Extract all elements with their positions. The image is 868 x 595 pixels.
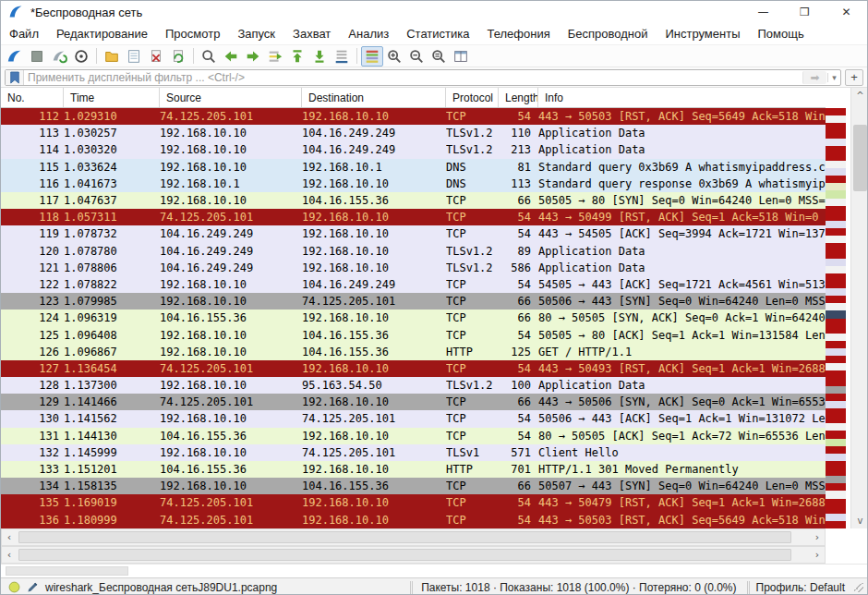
packet-row[interactable]: 119 1.078732 104.16.249.249 192.168.10.1… — [1, 225, 826, 242]
menu-item-10[interactable]: Помощь — [758, 27, 804, 41]
packet-row[interactable]: 125 1.096408 192.168.10.10 104.16.155.36… — [1, 326, 826, 343]
packet-row[interactable]: 112 1.029310 74.125.205.101 192.168.10.1… — [1, 108, 826, 125]
apply-filter-button[interactable]: ➡ — [802, 71, 826, 84]
menu-item-7[interactable]: Телефония — [487, 27, 549, 41]
packet-row[interactable]: 116 1.041673 192.168.10.1 192.168.10.10 … — [1, 176, 826, 192]
stop-capture-icon[interactable] — [26, 46, 48, 67]
minimap-stripe — [826, 206, 846, 213]
packet-row[interactable]: 129 1.141466 74.125.205.101 192.168.10.1… — [1, 394, 826, 410]
packet-row[interactable]: 118 1.057311 74.125.205.101 192.168.10.1… — [1, 209, 826, 225]
horizontal-scroll-thumb[interactable] — [18, 531, 791, 543]
minimap-stripe — [826, 454, 846, 461]
go-to-top-icon[interactable] — [286, 46, 308, 67]
reload-file-icon[interactable] — [167, 46, 189, 67]
go-to-bottom-icon[interactable] — [308, 46, 331, 67]
zoom-out-icon[interactable] — [405, 46, 428, 67]
statusbar-separator — [747, 581, 748, 594]
go-to-packet-icon[interactable] — [264, 46, 286, 67]
display-filter-input[interactable]: Применить дисплейный фильтр ... <Ctrl-/>… — [5, 69, 841, 86]
expert-info-icon[interactable] — [8, 581, 20, 593]
packet-row[interactable]: 121 1.078806 104.16.249.249 192.168.10.1… — [1, 260, 826, 276]
add-filter-button[interactable]: + — [845, 69, 863, 86]
zoom-original-icon[interactable] — [428, 46, 450, 67]
find-packet-icon[interactable] — [198, 46, 220, 67]
start-capture-icon[interactable] — [4, 46, 26, 67]
packet-row[interactable]: 132 1.145999 192.168.10.10 74.125.205.10… — [1, 444, 826, 461]
packet-row[interactable]: 126 1.096867 192.168.10.10 104.16.155.36… — [1, 344, 826, 360]
minimap-stripe — [826, 394, 846, 401]
colorize-packets-icon[interactable] — [361, 46, 383, 67]
status-strip — [1, 564, 867, 577]
restart-capture-icon[interactable] — [48, 46, 70, 67]
packet-row[interactable]: 130 1.141562 192.168.10.10 74.125.205.10… — [1, 410, 826, 427]
scroll-right-icon[interactable]: › — [810, 531, 825, 543]
packet-row[interactable]: 127 1.136454 74.125.205.101 192.168.10.1… — [1, 360, 826, 377]
column-header-info[interactable]: Info — [538, 88, 826, 107]
bookmark-icon[interactable] — [6, 70, 24, 85]
zoom-in-icon[interactable] — [383, 46, 405, 67]
packet-row[interactable]: 128 1.137300 192.168.10.10 95.163.54.50 … — [1, 377, 826, 394]
auto-scroll-icon[interactable] — [331, 46, 353, 67]
packet-row[interactable]: 133 1.151201 104.16.155.36 192.168.10.10… — [1, 461, 826, 478]
packet-row[interactable]: 115 1.033624 192.168.10.10 192.168.10.1 … — [1, 159, 826, 176]
capture-filename[interactable]: wireshark_Беспроводная сетьJ89DU1.pcapng — [45, 581, 277, 594]
menu-item-2[interactable]: Просмотр — [165, 27, 220, 41]
vertical-scrollbar[interactable]: ^ v — [850, 88, 868, 528]
scroll-down-icon[interactable]: v — [851, 513, 868, 528]
packet-row[interactable]: 122 1.078822 192.168.10.10 104.16.249.24… — [1, 276, 826, 293]
minimap-stripe — [826, 296, 846, 303]
packet-row[interactable]: 117 1.047637 192.168.10.10 104.16.155.36… — [1, 192, 826, 209]
horizontal-scroll-thumb[interactable] — [18, 549, 791, 561]
packet-row[interactable]: 135 1.169019 74.125.205.101 192.168.10.1… — [1, 494, 826, 511]
packet-row[interactable]: 124 1.096319 104.16.155.36 192.168.10.10… — [1, 310, 826, 326]
packet-row[interactable]: 113 1.030257 192.168.10.10 104.16.249.24… — [1, 125, 826, 141]
status-bar: wireshark_Беспроводная сетьJ89DU1.pcapng… — [1, 577, 867, 595]
minimize-button[interactable]: — — [742, 1, 784, 23]
column-header-source[interactable]: Source — [160, 88, 302, 107]
filter-dropdown-caret[interactable]: ▾ — [827, 73, 840, 82]
menu-item-6[interactable]: Статистика — [406, 27, 469, 41]
packet-row[interactable]: 131 1.144130 104.16.155.36 192.168.10.10… — [1, 428, 826, 444]
column-header-time[interactable]: Time — [64, 88, 160, 107]
menu-item-8[interactable]: Беспроводной — [568, 27, 648, 41]
scroll-up-icon[interactable]: ^ — [851, 88, 868, 103]
packet-minimap[interactable] — [826, 108, 850, 528]
capture-comment-icon[interactable] — [27, 581, 39, 593]
packet-row[interactable]: 114 1.030320 192.168.10.10 104.16.249.24… — [1, 141, 826, 158]
horizontal-scrollbar-bottom[interactable]: ‹ › — [1, 546, 826, 564]
packet-row[interactable]: 136 1.180999 74.125.205.101 192.168.10.1… — [1, 512, 826, 528]
maximize-button[interactable]: ❒ — [784, 1, 826, 23]
scroll-left-icon[interactable]: ‹ — [2, 531, 17, 543]
profile-label[interactable]: Профиль: Default — [753, 581, 850, 594]
packet-row[interactable]: 120 1.078780 104.16.249.249 192.168.10.1… — [1, 243, 826, 260]
menu-item-1[interactable]: Редактирование — [56, 27, 148, 41]
toolbar-separator — [96, 48, 97, 64]
close-button[interactable]: ✕ — [826, 1, 867, 23]
minimap-stripe — [826, 506, 846, 514]
resize-columns-icon[interactable] — [450, 46, 472, 67]
menu-item-9[interactable]: Инструменты — [665, 27, 740, 41]
vertical-scroll-thumb[interactable] — [853, 125, 867, 191]
save-file-icon[interactable] — [123, 46, 145, 67]
minimap-stripe — [826, 319, 846, 326]
column-header-protocol[interactable]: Protocol — [446, 88, 499, 107]
resize-grip[interactable] — [854, 583, 863, 592]
go-back-icon[interactable] — [220, 46, 242, 67]
scroll-left-icon[interactable]: ‹ — [2, 549, 17, 561]
menu-item-4[interactable]: Захват — [293, 27, 331, 41]
menu-item-0[interactable]: Файл — [9, 27, 39, 41]
menu-item-3[interactable]: Запуск — [237, 27, 275, 41]
packet-row[interactable]: 123 1.079985 192.168.10.10 74.125.205.10… — [1, 293, 826, 310]
go-forward-icon[interactable] — [242, 46, 264, 67]
menu-item-5[interactable]: Анализ — [348, 27, 389, 41]
scroll-right-icon[interactable]: › — [810, 549, 825, 561]
column-header-length[interactable]: Length — [499, 88, 538, 107]
open-file-icon[interactable] — [101, 46, 123, 67]
column-header-no[interactable]: No. — [1, 88, 64, 107]
packet-row[interactable]: 134 1.158135 192.168.10.10 104.16.155.36… — [1, 478, 826, 494]
horizontal-scrollbar-top[interactable]: ‹ › — [1, 528, 826, 546]
minimap-stripe — [826, 213, 846, 221]
column-header-destination[interactable]: Destination — [302, 88, 446, 107]
capture-options-icon[interactable] — [70, 46, 92, 67]
close-file-icon[interactable] — [145, 46, 167, 67]
